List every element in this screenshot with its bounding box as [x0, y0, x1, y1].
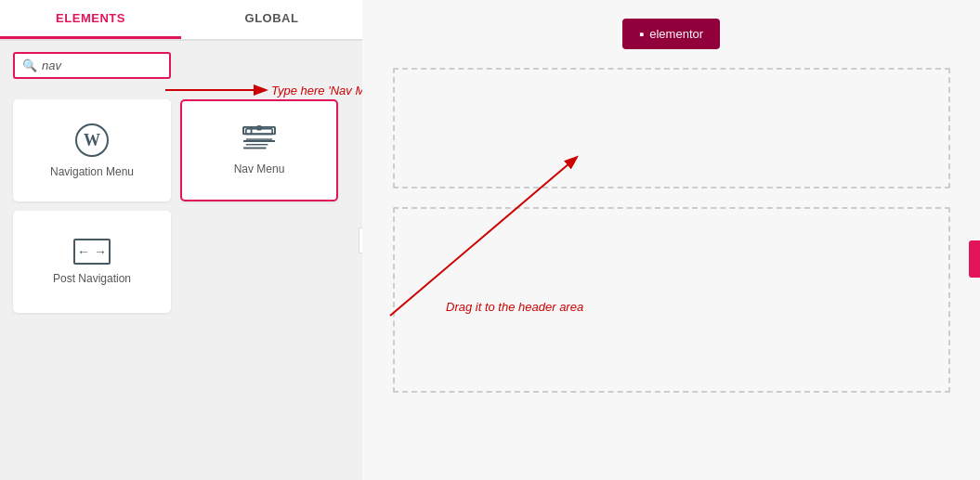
nav-menu-label: Nav Menu — [234, 162, 285, 175]
element-card-post-navigation[interactable]: ← → Post Navigation — [13, 211, 171, 313]
elements-grid: W Navigation Menu Nav Menu — [0, 90, 362, 322]
pink-tab[interactable] — [969, 240, 980, 278]
svg-rect-8 — [257, 126, 261, 130]
elementor-logo: ▪ elementor — [622, 19, 720, 49]
left-panel: ELEMENTS GLOBAL 🔍 W Navigation Menu — [0, 0, 362, 480]
drop-area-bottom[interactable] — [393, 207, 950, 393]
tabs-bar: ELEMENTS GLOBAL — [0, 0, 362, 41]
collapse-button[interactable]: ‹ — [359, 227, 362, 253]
drop-area-top[interactable] — [393, 68, 950, 188]
elementor-icon: ▪ — [639, 26, 644, 42]
navigation-menu-label: Navigation Menu — [50, 165, 134, 178]
element-card-navigation-menu[interactable]: W Navigation Menu — [13, 99, 171, 201]
arrow-left-icon: ← — [77, 244, 90, 259]
element-card-nav-menu[interactable]: Nav Menu — [180, 99, 338, 201]
search-icon: 🔍 — [22, 58, 37, 72]
nav-menu-icon — [242, 125, 277, 155]
post-nav-icon: ← → — [73, 239, 111, 265]
search-area: 🔍 — [0, 41, 362, 90]
search-box: 🔍 — [13, 52, 171, 79]
search-input[interactable] — [42, 58, 153, 72]
tab-global[interactable]: GLOBAL — [181, 0, 362, 39]
post-navigation-label: Post Navigation — [53, 272, 131, 285]
tab-elements[interactable]: ELEMENTS — [0, 0, 181, 39]
arrow-right-icon: → — [94, 244, 107, 259]
svg-text:W: W — [84, 131, 100, 149]
elementor-text: elementor — [649, 27, 703, 41]
wordpress-icon: W — [74, 123, 110, 158]
right-panel: ▪ elementor Drag it to the header area — [362, 0, 980, 480]
